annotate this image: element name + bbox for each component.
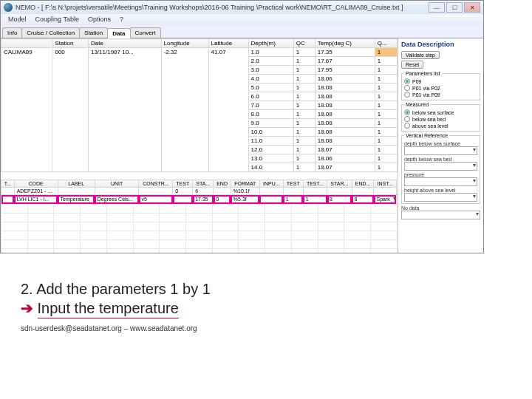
select-depth-bed[interactable] — [404, 162, 477, 171]
parameters-table[interactable]: T...CODELABELUNITCONSTR...TESTSTA...ENDF… — [1, 180, 398, 204]
col-header[interactable]: Temp(deg C) — [315, 39, 375, 48]
col-header[interactable]: END... — [352, 180, 374, 188]
left-pane: StationDateLongitudeLatitudeDepth(m)QCTe… — [1, 38, 398, 253]
tab-info[interactable]: Info — [2, 27, 22, 38]
tab-cruise[interactable]: Cruise / Collection — [21, 27, 80, 38]
col-header[interactable]: END — [214, 180, 231, 188]
tabstrip: Info Cruise / Collection Station Data Co… — [1, 26, 483, 38]
col-header[interactable] — [1, 39, 52, 48]
col-header[interactable]: QC — [293, 39, 315, 48]
menu-coupling[interactable]: Coupling Table — [31, 14, 83, 26]
col-header[interactable]: TEST... — [303, 180, 327, 188]
col-header[interactable]: FORMAT — [231, 180, 259, 188]
col-header[interactable]: STA... — [193, 180, 214, 188]
param-row[interactable]: LVH LIC1 - I...TemperatureDegrees Cels..… — [1, 195, 398, 204]
close-button[interactable]: ✕ — [464, 2, 480, 13]
select-pressure[interactable] — [404, 177, 477, 186]
radio-p09[interactable] — [404, 78, 410, 84]
col-header[interactable]: STAR... — [327, 180, 352, 188]
caption-line1: 2. Add the parameters 1 by 1 — [21, 281, 211, 298]
col-header[interactable]: Date — [88, 39, 161, 48]
maximize-button[interactable]: ☐ — [446, 2, 463, 13]
col-header[interactable]: T... — [1, 180, 15, 188]
select-no-data[interactable] — [401, 211, 480, 219]
titlebar: NEMO - [ F:\s N:\projets\versatile\Meeti… — [1, 1, 483, 14]
col-header[interactable]: CODE — [14, 180, 58, 188]
menu-options[interactable]: Options — [83, 14, 115, 26]
col-header[interactable]: TEST — [173, 180, 193, 188]
menu-model[interactable]: Model — [4, 14, 31, 26]
panel-heading: Data Description — [401, 41, 480, 48]
select-depth-surface[interactable] — [404, 146, 477, 155]
col-header[interactable]: CONSTR... — [139, 180, 173, 188]
slide-footer: sdn-userdesk@seadatanet.org – www.seadat… — [21, 324, 211, 332]
reset-button[interactable]: Reset — [401, 61, 423, 69]
data-table[interactable]: StationDateLongitudeLatitudeDepth(m)QCTe… — [1, 38, 398, 172]
col-header[interactable]: TEST — [283, 180, 303, 188]
col-header[interactable]: Depth(m) — [248, 39, 293, 48]
slide-caption: 2. Add the parameters 1 by 1 ➔ Input the… — [21, 281, 211, 332]
param-row[interactable]: ADEPZZ01 - ...06%10.1f — [1, 188, 398, 195]
tab-data[interactable]: Data — [107, 28, 130, 38]
table-row[interactable]: CALIMA8900013/11/1987 10...-2.3241.071.0… — [1, 48, 398, 57]
caption-line2: Input the temperature — [38, 300, 179, 318]
col-header[interactable]: Q... — [375, 39, 397, 48]
parameters-list-group: Parameters list P09 P01 via P02 P01 via … — [401, 71, 480, 100]
minimize-button[interactable]: — — [429, 2, 445, 13]
col-header[interactable]: INST... — [374, 180, 396, 188]
vertical-reference-group: Vertical Reference depth below sea surfa… — [401, 133, 480, 204]
right-panel: Data Description Validate step Reset Par… — [398, 38, 483, 253]
arrow-icon: ➔ — [21, 300, 33, 316]
window-title: NEMO - [ F:\s N:\projets\versatile\Meeti… — [16, 4, 429, 11]
radio-p01-p09[interactable] — [404, 92, 410, 98]
no-data-label: No data — [401, 205, 480, 211]
col-header[interactable]: Station — [52, 39, 89, 48]
menubar: Model Coupling Table Options ? — [1, 14, 483, 26]
blank-grid — [1, 204, 398, 253]
tab-convert[interactable]: Convert — [130, 27, 161, 38]
radio-above-sea[interactable] — [404, 123, 410, 129]
menu-help[interactable]: ? — [115, 14, 128, 26]
app-icon — [4, 3, 13, 12]
app-window: NEMO - [ F:\s N:\projets\versatile\Meeti… — [0, 0, 484, 253]
col-header[interactable]: Longitude — [161, 39, 208, 48]
radio-below-bed[interactable] — [404, 116, 410, 122]
radio-below-surface[interactable] — [404, 109, 410, 115]
validate-button[interactable]: Validate step — [401, 51, 440, 59]
select-height[interactable] — [404, 193, 477, 202]
col-header[interactable]: UNIT — [95, 180, 139, 188]
tab-station[interactable]: Station — [79, 27, 108, 38]
col-header[interactable]: LABEL — [58, 180, 95, 188]
measured-group: Measured below sea surface below sea bed… — [401, 102, 480, 132]
col-header[interactable]: INPU... — [259, 180, 283, 188]
radio-p01-p02[interactable] — [404, 85, 410, 91]
col-header[interactable]: Latitude — [208, 39, 248, 48]
